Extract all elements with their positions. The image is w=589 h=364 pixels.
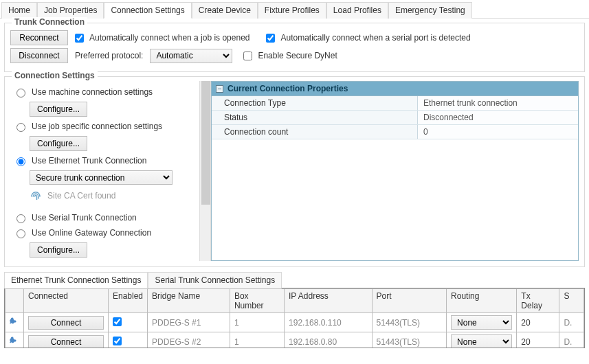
property-row: Connection count0 xyxy=(212,125,578,139)
left-panel-scrollbar[interactable] xyxy=(199,81,211,261)
tab-serial-trunk-connection-settings[interactable]: Serial Trunk Connection Settings xyxy=(148,272,282,288)
col-header[interactable]: TxDelay xyxy=(517,289,559,313)
site-cert-label: Site CA Cert found xyxy=(47,191,115,201)
box-number-cell: 1 xyxy=(230,313,284,332)
auto-connect-job-label: Automatically connect when a job is open… xyxy=(89,33,249,43)
routing-cell: None xyxy=(447,313,517,332)
auto-connect-serial-label: Automatically connect when a serial port… xyxy=(280,33,470,43)
fingerprint-icon xyxy=(30,189,42,203)
radio-machine-label: Use machine connection settings xyxy=(32,87,153,97)
enabled-cell[interactable] xyxy=(109,313,148,332)
box-number-cell: 1 xyxy=(230,332,284,349)
ethernet-trunk-grid: ConnectedEnabledBridge NameBoxNumberIP A… xyxy=(4,288,585,348)
ethernet-mode-select[interactable]: Secure trunk connection xyxy=(30,170,173,185)
col-header[interactable]: Enabled xyxy=(109,289,148,313)
connection-settings-group: Connection Settings Use machine connecti… xyxy=(4,76,585,267)
auto-connect-serial-checkbox[interactable]: Automatically connect when a serial port… xyxy=(266,33,470,43)
routing-select[interactable]: None xyxy=(451,315,512,330)
col-header[interactable]: BoxNumber xyxy=(230,289,284,313)
routing-cell: None xyxy=(447,332,517,349)
s-cell: D. xyxy=(559,332,584,349)
enabled-checkbox[interactable] xyxy=(113,317,122,326)
properties-title: Current Connection Properties xyxy=(227,84,348,93)
plug-icon xyxy=(10,317,19,326)
configure-job-button[interactable]: Configure... xyxy=(30,136,87,151)
bridge-name-cell: PDDEG-S #2 xyxy=(148,332,230,349)
enabled-cell[interactable] xyxy=(109,332,148,349)
connection-settings-title: Connection Settings xyxy=(12,71,98,80)
enable-secure-dynet-checkbox[interactable]: Enable Secure DyNet xyxy=(243,51,337,60)
tx-delay-cell[interactable]: 20 xyxy=(517,313,559,332)
tab-ethernet-trunk-connection-settings[interactable]: Ethernet Trunk Connection Settings xyxy=(4,272,148,288)
tab-create-device[interactable]: Create Device xyxy=(192,2,258,19)
table-row: ConnectPDDEG-S #11192.168.0.11051443(TLS… xyxy=(5,313,584,332)
radio-job-label: Use job specific connection settings xyxy=(32,122,162,131)
trunk-settings-tabstrip: Ethernet Trunk Connection SettingsSerial… xyxy=(0,271,589,288)
tab-job-properties[interactable]: Job Properties xyxy=(37,2,104,19)
site-cert-status: Site CA Cert found xyxy=(30,189,115,203)
tab-load-profiles[interactable]: Load Profiles xyxy=(326,2,388,19)
col-header[interactable]: Routing xyxy=(447,289,517,313)
radio-ethernet-label: Use Ethernet Trunk Connection xyxy=(32,156,146,166)
configure-machine-button[interactable]: Configure... xyxy=(30,102,87,117)
reconnect-button[interactable]: Reconnect xyxy=(10,30,68,45)
s-cell: D. xyxy=(559,313,584,332)
radio-serial-trunk[interactable]: Use Serial Trunk Connection xyxy=(13,212,197,223)
property-value: Disconnected xyxy=(418,111,578,124)
connect-cell: Connect xyxy=(24,313,109,332)
routing-select[interactable]: None xyxy=(451,334,512,348)
property-value: 0 xyxy=(418,125,578,139)
property-key: Status xyxy=(212,111,418,124)
bridge-name-cell: PDDEG-S #1 xyxy=(148,313,230,332)
table-row: ConnectPDDEG-S #21192.168.0.8051443(TLS)… xyxy=(5,332,584,349)
row-icon-cell xyxy=(5,313,24,332)
current-connection-properties: Current Connection Properties Connection… xyxy=(211,81,579,261)
radio-online-gateway[interactable]: Use Online Gateway Connection xyxy=(13,227,197,238)
tab-fixture-profiles[interactable]: Fixture Profiles xyxy=(258,2,326,19)
col-header[interactable]: S xyxy=(559,289,584,313)
collapse-icon[interactable] xyxy=(216,85,223,93)
connect-button[interactable]: Connect xyxy=(28,316,104,330)
row-icon-cell xyxy=(5,332,24,349)
ip-address-cell: 192.168.0.110 xyxy=(285,313,373,332)
plug-icon xyxy=(10,336,19,345)
auto-connect-job-checkbox[interactable]: Automatically connect when a job is open… xyxy=(75,33,249,43)
property-row: Connection TypeEthernet trunk connection xyxy=(212,96,578,111)
col-header[interactable] xyxy=(5,289,24,313)
disconnect-button[interactable]: Disconnect xyxy=(10,48,68,63)
port-cell: 51443(TLS) xyxy=(372,313,447,332)
col-header[interactable]: Bridge Name xyxy=(148,289,230,313)
radio-ethernet-trunk[interactable]: Use Ethernet Trunk Connection xyxy=(13,155,197,166)
property-key: Connection count xyxy=(212,125,418,139)
ip-address-cell: 192.168.0.80 xyxy=(285,332,373,349)
preferred-protocol-label: Preferred protocol: xyxy=(75,51,143,60)
radio-serial-label: Use Serial Trunk Connection xyxy=(32,213,137,223)
tab-emergency-testing[interactable]: Emergency Testing xyxy=(388,2,472,19)
radio-job-settings[interactable]: Use job specific connection settings xyxy=(13,121,197,132)
tab-connection-settings[interactable]: Connection Settings xyxy=(104,2,191,19)
tx-delay-cell[interactable]: 20 xyxy=(517,332,559,349)
trunk-title: Trunk Connection xyxy=(12,17,87,27)
configure-gateway-button[interactable]: Configure... xyxy=(30,242,87,258)
col-header[interactable]: IP Address xyxy=(285,289,373,313)
property-value: Ethernet trunk connection xyxy=(418,96,578,110)
main-tabstrip: HomeJob PropertiesConnection SettingsCre… xyxy=(0,0,589,19)
connect-button[interactable]: Connect xyxy=(28,335,104,349)
connect-cell: Connect xyxy=(24,332,109,349)
property-row: StatusDisconnected xyxy=(212,111,578,125)
trunk-connection-group: Trunk Connection Reconnect Automatically… xyxy=(4,23,585,72)
enabled-checkbox[interactable] xyxy=(113,337,122,345)
port-cell: 51443(TLS) xyxy=(372,332,447,349)
radio-machine-settings[interactable]: Use machine connection settings xyxy=(13,87,197,98)
radio-gateway-label: Use Online Gateway Connection xyxy=(32,228,151,238)
preferred-protocol-select[interactable]: Automatic xyxy=(150,49,232,63)
enable-secure-dynet-label: Enable Secure DyNet xyxy=(258,51,337,60)
col-header[interactable]: Port xyxy=(372,289,447,313)
col-header[interactable]: Connected xyxy=(24,289,109,313)
tab-home[interactable]: Home xyxy=(1,2,37,19)
property-key: Connection Type xyxy=(212,96,418,110)
connection-mode-panel: Use machine connection settings Configur… xyxy=(10,81,199,261)
